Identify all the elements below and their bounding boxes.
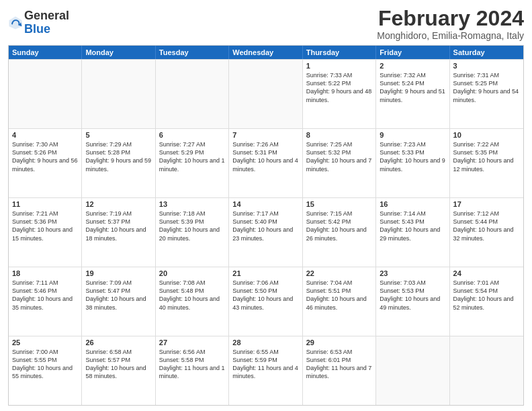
cal-cell: 10Sunrise: 7:22 AMSunset: 5:35 PMDayligh… xyxy=(450,129,523,197)
cal-cell: 7Sunrise: 7:26 AMSunset: 5:31 PMDaylight… xyxy=(229,129,302,197)
cal-header-wednesday: Wednesday xyxy=(229,46,302,59)
cell-info: Sunrise: 7:03 AMSunset: 5:53 PMDaylight:… xyxy=(380,279,445,312)
cal-cell xyxy=(229,60,302,128)
day-number: 14 xyxy=(232,200,298,208)
cell-info: Sunrise: 7:26 AMSunset: 5:31 PMDaylight:… xyxy=(232,140,298,173)
logo-blue: Blue xyxy=(24,22,50,36)
logo-icon xyxy=(8,15,23,30)
cell-info: Sunrise: 7:27 AMSunset: 5:29 PMDaylight:… xyxy=(159,140,225,173)
logo-general: General xyxy=(24,9,69,22)
day-number: 24 xyxy=(453,269,520,277)
cal-cell xyxy=(9,60,82,128)
cal-cell: 24Sunrise: 7:01 AMSunset: 5:54 PMDayligh… xyxy=(450,267,523,336)
cell-info: Sunrise: 7:19 AMSunset: 5:37 PMDaylight:… xyxy=(85,210,151,242)
cell-info: Sunrise: 7:09 AMSunset: 5:47 PMDaylight:… xyxy=(85,279,151,312)
cell-info: Sunrise: 7:30 AMSunset: 5:26 PMDaylight:… xyxy=(12,140,78,173)
cell-info: Sunrise: 7:06 AMSunset: 5:50 PMDaylight:… xyxy=(232,279,298,312)
cal-cell: 28Sunrise: 6:55 AMSunset: 5:59 PMDayligh… xyxy=(229,336,302,405)
cell-info: Sunrise: 7:12 AMSunset: 5:44 PMDaylight:… xyxy=(453,210,520,242)
day-number: 1 xyxy=(306,62,372,70)
main-title: February 2024 xyxy=(377,7,524,30)
cal-week-3: 11Sunrise: 7:21 AMSunset: 5:36 PMDayligh… xyxy=(9,197,523,267)
cal-cell: 29Sunrise: 6:53 AMSunset: 6:01 PMDayligh… xyxy=(303,336,376,405)
day-number: 20 xyxy=(159,269,225,277)
cal-header-thursday: Thursday xyxy=(303,46,376,59)
day-number: 28 xyxy=(232,338,298,347)
day-number: 7 xyxy=(232,131,298,139)
day-number: 23 xyxy=(380,269,445,277)
day-number: 26 xyxy=(85,338,151,347)
cell-info: Sunrise: 7:31 AMSunset: 5:25 PMDaylight:… xyxy=(453,71,520,104)
cal-cell xyxy=(82,60,155,128)
cal-cell: 20Sunrise: 7:08 AMSunset: 5:48 PMDayligh… xyxy=(156,267,229,336)
cal-cell: 19Sunrise: 7:09 AMSunset: 5:47 PMDayligh… xyxy=(82,267,155,336)
cell-info: Sunrise: 7:21 AMSunset: 5:36 PMDaylight:… xyxy=(12,210,78,242)
cal-cell: 17Sunrise: 7:12 AMSunset: 5:44 PMDayligh… xyxy=(450,198,523,267)
day-number: 2 xyxy=(380,62,445,70)
day-number: 15 xyxy=(306,200,372,208)
day-number: 25 xyxy=(12,338,78,347)
day-number: 19 xyxy=(85,269,151,277)
cal-header-friday: Friday xyxy=(376,46,449,59)
cell-info: Sunrise: 6:55 AMSunset: 5:59 PMDaylight:… xyxy=(232,348,298,381)
cal-cell: 3Sunrise: 7:31 AMSunset: 5:25 PMDaylight… xyxy=(450,60,523,128)
title-block: February 2024 Monghidoro, Emilia-Romagna… xyxy=(377,7,524,41)
cal-cell: 1Sunrise: 7:33 AMSunset: 5:22 PMDaylight… xyxy=(303,60,376,128)
day-number: 27 xyxy=(159,338,225,347)
cell-info: Sunrise: 7:32 AMSunset: 5:24 PMDaylight:… xyxy=(380,71,445,104)
cal-cell: 23Sunrise: 7:03 AMSunset: 5:53 PMDayligh… xyxy=(376,267,449,336)
cell-info: Sunrise: 7:25 AMSunset: 5:32 PMDaylight:… xyxy=(306,140,372,173)
cal-cell: 13Sunrise: 7:18 AMSunset: 5:39 PMDayligh… xyxy=(156,198,229,267)
subtitle: Monghidoro, Emilia-Romagna, Italy xyxy=(377,30,524,41)
cal-cell xyxy=(450,336,523,405)
cell-info: Sunrise: 7:01 AMSunset: 5:54 PMDaylight:… xyxy=(453,279,520,312)
cell-info: Sunrise: 6:56 AMSunset: 5:58 PMDaylight:… xyxy=(159,348,225,381)
day-number: 29 xyxy=(306,338,372,347)
day-number: 13 xyxy=(159,200,225,208)
cal-header-saturday: Saturday xyxy=(450,46,523,59)
day-number: 9 xyxy=(380,131,445,139)
day-number: 8 xyxy=(306,131,372,139)
logo-text: General Blue xyxy=(24,9,69,36)
cell-info: Sunrise: 7:33 AMSunset: 5:22 PMDaylight:… xyxy=(306,71,372,104)
cal-week-1: 1Sunrise: 7:33 AMSunset: 5:22 PMDaylight… xyxy=(9,59,523,128)
cal-cell: 6Sunrise: 7:27 AMSunset: 5:29 PMDaylight… xyxy=(156,129,229,197)
cal-cell: 25Sunrise: 7:00 AMSunset: 5:55 PMDayligh… xyxy=(9,336,82,405)
calendar: SundayMondayTuesdayWednesdayThursdayFrid… xyxy=(8,45,524,406)
cell-info: Sunrise: 7:22 AMSunset: 5:35 PMDaylight:… xyxy=(453,140,520,173)
day-number: 4 xyxy=(12,131,78,139)
cal-cell: 12Sunrise: 7:19 AMSunset: 5:37 PMDayligh… xyxy=(82,198,155,267)
page: General Blue February 2024 Monghidoro, E… xyxy=(0,0,532,411)
cal-cell: 14Sunrise: 7:17 AMSunset: 5:40 PMDayligh… xyxy=(229,198,302,267)
calendar-header-row: SundayMondayTuesdayWednesdayThursdayFrid… xyxy=(9,46,523,59)
cal-cell: 4Sunrise: 7:30 AMSunset: 5:26 PMDaylight… xyxy=(9,129,82,197)
header: General Blue February 2024 Monghidoro, E… xyxy=(8,7,524,41)
cal-cell: 16Sunrise: 7:14 AMSunset: 5:43 PMDayligh… xyxy=(376,198,449,267)
cal-cell: 18Sunrise: 7:11 AMSunset: 5:46 PMDayligh… xyxy=(9,267,82,336)
cell-info: Sunrise: 7:14 AMSunset: 5:43 PMDaylight:… xyxy=(380,210,445,242)
cell-info: Sunrise: 7:15 AMSunset: 5:42 PMDaylight:… xyxy=(306,210,372,242)
cell-info: Sunrise: 7:29 AMSunset: 5:28 PMDaylight:… xyxy=(85,140,151,173)
cell-info: Sunrise: 7:08 AMSunset: 5:48 PMDaylight:… xyxy=(159,279,225,312)
day-number: 12 xyxy=(85,200,151,208)
cal-header-tuesday: Tuesday xyxy=(156,46,229,59)
cell-info: Sunrise: 7:18 AMSunset: 5:39 PMDaylight:… xyxy=(159,210,225,242)
logo: General Blue xyxy=(8,9,69,36)
cell-info: Sunrise: 7:04 AMSunset: 5:51 PMDaylight:… xyxy=(306,279,372,312)
day-number: 3 xyxy=(453,62,520,70)
cal-cell: 8Sunrise: 7:25 AMSunset: 5:32 PMDaylight… xyxy=(303,129,376,197)
calendar-body: 1Sunrise: 7:33 AMSunset: 5:22 PMDaylight… xyxy=(9,59,523,405)
cal-cell: 5Sunrise: 7:29 AMSunset: 5:28 PMDaylight… xyxy=(82,129,155,197)
cal-cell: 9Sunrise: 7:23 AMSunset: 5:33 PMDaylight… xyxy=(376,129,449,197)
day-number: 10 xyxy=(453,131,520,139)
cal-cell xyxy=(156,60,229,128)
day-number: 21 xyxy=(232,269,298,277)
cal-cell xyxy=(376,336,449,405)
svg-marker-0 xyxy=(9,16,21,29)
day-number: 17 xyxy=(453,200,520,208)
day-number: 6 xyxy=(159,131,225,139)
cell-info: Sunrise: 6:53 AMSunset: 6:01 PMDaylight:… xyxy=(306,348,372,381)
cal-header-sunday: Sunday xyxy=(9,46,82,59)
day-number: 11 xyxy=(12,200,78,208)
day-number: 22 xyxy=(306,269,372,277)
